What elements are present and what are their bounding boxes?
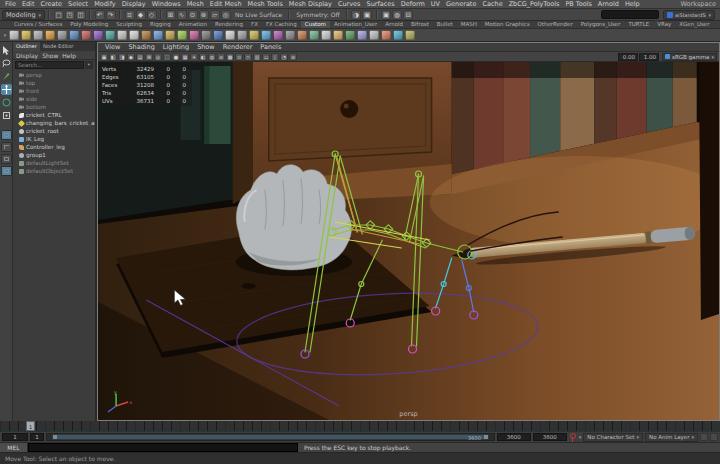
statusline-make-live[interactable]: ◎ — [221, 10, 231, 20]
shelf-icon-22[interactable] — [273, 30, 283, 40]
paint-select-tool[interactable] — [1, 71, 12, 82]
outliner-item-changing-bars-cricket-anim[interactable]: changing_bars_cricket_anim — [13, 119, 95, 127]
lasso-tool[interactable] — [1, 58, 12, 69]
outliner-tab-node-editor[interactable]: Node Editor — [40, 42, 77, 51]
playback-start-field[interactable]: 1 — [2, 433, 28, 441]
single-pane-layout-button[interactable] — [1, 130, 12, 140]
shelf-tab-arnold[interactable]: Arnold — [381, 21, 407, 28]
menu-zbcg-polytools[interactable]: ZbCG_PolyTools — [506, 0, 563, 9]
statusline-undo[interactable]: ↶ — [95, 10, 105, 20]
viewport-wireframe[interactable]: ⬚ — [163, 53, 171, 61]
menu-uv[interactable]: UV — [428, 0, 443, 9]
shelf-tab-animation[interactable]: Animation — [175, 21, 211, 28]
outliner-item-ik-leg[interactable]: IK_Leg — [13, 135, 95, 143]
viewport-oversampling[interactable]: ◎ — [154, 53, 162, 61]
outliner-menu-display[interactable]: Display — [16, 52, 38, 59]
viewport-menu-view[interactable]: View — [101, 43, 124, 51]
two-pane-layout-button[interactable] — [1, 154, 12, 164]
chevron-down-icon[interactable]: ▾ — [579, 434, 582, 440]
exposure-field[interactable]: 0.00 — [618, 53, 638, 61]
shelf-icon-30[interactable] — [369, 30, 379, 40]
shelf-icon-23[interactable] — [285, 30, 295, 40]
viewport-two-d-pan-zoom[interactable]: ⊞ — [145, 53, 153, 61]
select-tool[interactable] — [1, 45, 12, 56]
shelf-icon-21[interactable] — [261, 30, 271, 40]
shelf-icon-1[interactable] — [21, 30, 31, 40]
statusline-redo[interactable]: ↷ — [106, 10, 116, 20]
shelf-icon-15[interactable] — [189, 30, 199, 40]
view-transform-dropdown[interactable]: sRGB gamma ▾ — [662, 53, 717, 61]
shelf-tab-sculpting[interactable]: Sculpting — [112, 21, 146, 28]
menu-deform[interactable]: Deform — [398, 0, 428, 9]
viewport-xray[interactable]: ◔ — [280, 53, 288, 61]
outliner-item-cricket-ctrl[interactable]: cricket_CTRL — [13, 111, 95, 119]
menu-display[interactable]: Display — [119, 0, 149, 9]
four-pane-layout-button[interactable] — [1, 142, 12, 152]
menu-cache[interactable]: Cache — [479, 0, 505, 9]
shelf-icon-12[interactable] — [153, 30, 163, 40]
workspace-selector[interactable]: Workspace — [680, 0, 720, 8]
outliner-menu-help[interactable]: Help — [62, 52, 76, 59]
character-set-dropdown[interactable]: No Character Set ▾ — [583, 433, 643, 442]
mel-button[interactable]: MEL — [0, 443, 28, 452]
statusline-snap-grid[interactable]: ⊞ — [166, 10, 176, 20]
menu-generate[interactable]: Generate — [443, 0, 479, 9]
menu-select[interactable]: Select — [65, 0, 91, 9]
statusline-snap-point[interactable]: ⊙ — [188, 10, 198, 20]
viewport-use-all-lights[interactable]: ☀ — [190, 53, 198, 61]
statusline-open-editors[interactable]: ▣ — [362, 10, 372, 20]
statusline-snap-curve[interactable]: ∿ — [177, 10, 187, 20]
shelf-icon-8[interactable] — [105, 30, 115, 40]
outliner-item-defaultlightset[interactable]: defaultLightSet — [13, 159, 95, 167]
shelf-icon-17[interactable] — [213, 30, 223, 40]
statusline-snap-projected-center[interactable]: ⊚ — [199, 10, 209, 20]
shelf-icon-19[interactable] — [237, 30, 247, 40]
viewport-select-camera[interactable]: ▣ — [100, 53, 108, 61]
shelf-tab-mash[interactable]: MASH — [457, 21, 481, 28]
shelf-tab-fx[interactable]: FX — [247, 21, 262, 28]
outliner-item-group1[interactable]: group1 — [13, 151, 95, 159]
shelf-icon-11[interactable] — [141, 30, 151, 40]
menu-create[interactable]: Create — [37, 0, 65, 9]
outliner-item-top[interactable]: top — [13, 79, 95, 87]
animation-preferences-button[interactable] — [710, 433, 718, 441]
viewport-gate-mask[interactable]: ▯ — [271, 53, 279, 61]
statusline-select-object[interactable]: ◆ — [136, 10, 146, 20]
command-line-input[interactable] — [28, 443, 298, 452]
viewport-canvas[interactable]: x y Verts 32429 0 0 Edges 63105 0 0 — [98, 62, 719, 420]
shelf-icon-31[interactable] — [381, 30, 391, 40]
shelf-icon-24[interactable] — [297, 30, 307, 40]
viewport-xray-joints[interactable]: ⊚ — [289, 53, 297, 61]
shelf-icon-26[interactable] — [321, 30, 331, 40]
symmetry-label[interactable]: Symmetry: Off — [293, 11, 342, 18]
scale-tool[interactable] — [1, 110, 12, 121]
menu-arnold[interactable]: Arnold — [595, 0, 622, 9]
outliner-search-input[interactable]: Search... — [15, 61, 84, 69]
viewport-camera-attributes[interactable]: ◨ — [118, 53, 126, 61]
statusline-save-scene[interactable]: ◫ — [76, 10, 86, 20]
range-slider-bar[interactable]: 3600 — [52, 434, 489, 440]
menu-surfaces[interactable]: Surfaces — [364, 0, 398, 9]
statusline-construction-history[interactable]: ◑ — [351, 10, 361, 20]
shelf-icon-18[interactable] — [225, 30, 235, 40]
shelf-tab-otherrender[interactable]: OtherRender — [534, 21, 577, 28]
menu-windows[interactable]: Windows — [149, 0, 184, 9]
numeric-input-field[interactable] — [601, 10, 659, 19]
outliner-menu-show[interactable]: Show — [42, 52, 58, 59]
viewport-menu-renderer[interactable]: Renderer — [219, 43, 257, 51]
shelf-icon-2[interactable] — [33, 30, 43, 40]
shelf-icon-20[interactable] — [249, 30, 259, 40]
shelf-tab-rendering[interactable]: Rendering — [211, 21, 247, 28]
shelf-icon-29[interactable] — [357, 30, 367, 40]
shelf-icon-10[interactable] — [129, 30, 139, 40]
shelf-icon-33[interactable] — [405, 30, 415, 40]
shelf-tab-fx-caching[interactable]: FX Caching — [262, 21, 301, 28]
viewport-textured[interactable]: ▦ — [181, 53, 189, 61]
status-line-selector-dropdown[interactable]: aiStandardSurface ▾ — [663, 10, 715, 20]
playback-end-field[interactable]: 3600 — [533, 433, 567, 441]
shelf-tab-turtle[interactable]: TURTLE — [624, 21, 653, 28]
shelf-tab-curves-surfaces[interactable]: Curves / Surfaces — [10, 21, 66, 28]
viewport-menu-panels[interactable]: Panels — [256, 43, 285, 51]
statusline-select-component[interactable]: ◇ — [147, 10, 157, 20]
shelf-tab-poly-modeling[interactable]: Poly Modeling — [66, 21, 112, 28]
